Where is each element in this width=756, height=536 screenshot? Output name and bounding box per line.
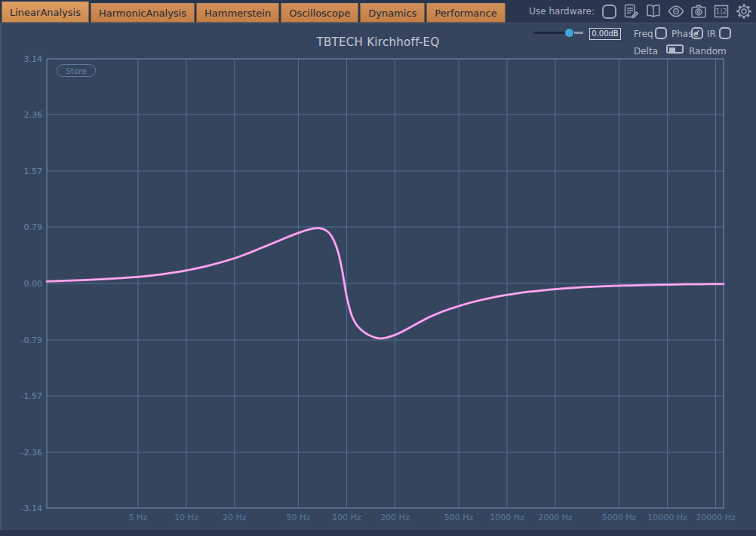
tab-performance[interactable]: Performance [426,3,505,23]
use-hardware-label: Use hardware: [529,6,595,17]
channel-1-2-icon[interactable]: 1|2 [711,2,730,21]
x-axis-tick-label: 2000 Hz [538,513,573,522]
tab-hammerstein[interactable]: Hammerstein [196,3,279,23]
check-icon: ✓ [693,28,700,38]
freq-label: Freq [634,29,653,38]
x-axis-tick-label: 10 Hz [174,513,198,522]
y-axis-tick-label: 0.00 [24,279,43,289]
top-tab-bar: LinearAnalysisHarmonicAnalysisHammerstei… [0,0,756,23]
x-axis-tick-label: 10000 Hz [647,513,687,522]
y-axis-tick-label: 2.36 [24,110,43,120]
tab-dynamics[interactable]: Dynamics [360,3,425,23]
ir-label: IR [707,29,716,38]
hardware-cluster: Use hardware: 1|2 [529,0,756,23]
y-axis-tick-label: -3.14 [21,504,42,513]
gain-value-box[interactable]: 0.00dB [589,28,621,40]
settings-gear-icon[interactable] [734,2,753,21]
x-axis-tick-label: 50 Hz [287,513,311,522]
manual-book-icon[interactable] [644,2,662,21]
x-axis-tick-label: 100 Hz [332,513,361,522]
gain-slider-handle[interactable] [565,29,573,37]
svg-text:1|2: 1|2 [715,7,727,15]
notes-edit-icon[interactable] [621,2,640,21]
analysis-panel: 3.142.361.570.790.00-0.79-1.57-2.36-3.14… [0,23,756,530]
delta-label: Delta [634,47,658,56]
y-axis-tick-label: 3.14 [24,54,43,64]
phase-checkbox[interactable]: ✓ [691,27,703,39]
y-axis-tick-label: 1.57 [24,167,43,176]
x-axis-tick-label: 1000 Hz [490,513,524,522]
freq-checkbox[interactable]: ✓ [655,27,667,39]
gain-slider[interactable] [533,32,583,34]
x-axis-tick-label: 20000 Hz [696,513,736,522]
x-axis-tick-label: 20 Hz [223,513,247,522]
y-axis-tick-label: -1.57 [21,391,42,401]
x-axis-tick-label: 500 Hz [444,513,474,522]
y-axis-tick-label: -0.79 [21,335,42,345]
y-axis-tick-label: -2.36 [21,448,42,458]
x-axis-tick-label: 5 Hz [129,513,148,522]
delta-random-toggle[interactable] [666,44,684,54]
tab-harmonicanalysis[interactable]: HarmonicAnalysis [91,3,195,23]
camera-icon[interactable] [689,2,708,21]
toggle-knob[interactable] [669,47,675,52]
x-axis-tick-label: 5000 Hz [602,513,637,522]
phase-response-chart: 3.142.361.570.790.00-0.79-1.57-2.36-3.14… [0,23,756,530]
x-axis-tick-label: 200 Hz [380,513,410,522]
tab-oscilloscope[interactable]: Oscilloscope [281,3,358,23]
toolbar-icons: 1|2 [621,2,753,21]
random-label: Random [689,47,727,56]
use-hardware-checkbox[interactable] [602,5,616,19]
gain-slider-remainder [574,32,583,34]
tab-linearanalysis[interactable]: LinearAnalysis [2,2,89,23]
eye-icon[interactable] [666,2,685,21]
store-button[interactable]: Store [57,64,96,77]
ir-checkbox[interactable]: ✓ [719,27,731,39]
tab-bar-tabs: LinearAnalysisHarmonicAnalysisHammerstei… [0,0,507,23]
y-axis-tick-label: 0.79 [24,222,43,232]
